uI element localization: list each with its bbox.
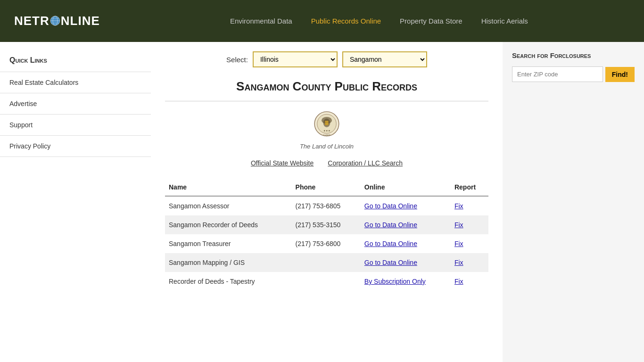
table-row: Sangamon Recorder of Deeds(217) 535-3150… bbox=[165, 215, 488, 234]
fix-link[interactable]: Fix bbox=[454, 259, 463, 266]
state-links: Official State Website Corporation / LLC… bbox=[165, 159, 488, 167]
record-name: Recorder of Deeds - Tapestry bbox=[165, 272, 292, 291]
corporation-llc-link[interactable]: Corporation / LLC Search bbox=[328, 159, 403, 167]
globe-icon bbox=[50, 16, 60, 26]
right-sidebar: Search for Forclosures Find! bbox=[503, 42, 644, 362]
state-select[interactable]: Illinois bbox=[253, 51, 338, 67]
svg-text:★ ★ ★: ★ ★ ★ bbox=[323, 130, 331, 132]
record-online: Go to Data Online bbox=[361, 196, 451, 215]
record-report: Fix bbox=[451, 234, 488, 253]
record-phone bbox=[292, 272, 361, 291]
nav-historic-aerials[interactable]: Historic Aerials bbox=[481, 17, 528, 25]
record-name: Sangamon Mapping / GIS bbox=[165, 253, 292, 272]
sidebar-item-support[interactable]: Support bbox=[0, 115, 151, 136]
go-to-data-link[interactable]: Go to Data Online bbox=[364, 259, 417, 266]
fix-link[interactable]: Fix bbox=[454, 202, 463, 210]
main-nav: Environmental Data Public Records Online… bbox=[128, 17, 630, 25]
record-report: Fix bbox=[451, 196, 488, 215]
table-row: Recorder of Deeds - TapestryBy Subscript… bbox=[165, 272, 488, 291]
sidebar-item-privacy[interactable]: Privacy Policy bbox=[0, 136, 151, 157]
go-to-data-link[interactable]: Go to Data Online bbox=[364, 221, 417, 229]
zip-input[interactable] bbox=[512, 66, 603, 82]
svg-rect-9 bbox=[325, 121, 328, 125]
records-table: Name Phone Online Report Sangamon Assess… bbox=[165, 179, 488, 291]
find-button[interactable]: Find! bbox=[605, 67, 635, 82]
select-label: Select: bbox=[226, 56, 248, 64]
record-phone: (217) 753-6805 bbox=[292, 196, 361, 215]
svg-text:ILLINOIS: ILLINOIS bbox=[323, 134, 330, 136]
record-online: Go to Data Online bbox=[361, 215, 451, 234]
nav-property-data[interactable]: Property Data Store bbox=[400, 17, 462, 25]
table-row: Sangamon Assessor(217) 753-6805Go to Dat… bbox=[165, 196, 488, 215]
nav-public-records[interactable]: Public Records Online bbox=[311, 17, 381, 25]
foreclosure-title: Search for Forclosures bbox=[512, 51, 635, 59]
go-to-data-link[interactable]: By Subscription Only bbox=[364, 278, 426, 285]
go-to-data-link[interactable]: Go to Data Online bbox=[364, 240, 417, 247]
record-report: Fix bbox=[451, 253, 488, 272]
nav-environmental-data[interactable]: Environmental Data bbox=[230, 17, 292, 25]
record-online: Go to Data Online bbox=[361, 253, 451, 272]
main-content: Select: Illinois Sangamon Sangamon Count… bbox=[151, 42, 503, 362]
site-logo[interactable]: NETR NLINE bbox=[14, 14, 100, 28]
foreclosure-form: Find! bbox=[512, 66, 635, 82]
fix-link[interactable]: Fix bbox=[454, 221, 463, 229]
col-header-phone: Phone bbox=[292, 179, 361, 196]
record-name: Sangamon Recorder of Deeds bbox=[165, 215, 292, 234]
table-row: Sangamon Treasurer(217) 753-6800Go to Da… bbox=[165, 234, 488, 253]
fix-link[interactable]: Fix bbox=[454, 278, 463, 285]
col-header-report: Report bbox=[451, 179, 488, 196]
illinois-seal-icon: ★ ★ ★ ILLINOIS bbox=[313, 111, 341, 139]
record-phone bbox=[292, 253, 361, 272]
official-state-website-link[interactable]: Official State Website bbox=[251, 159, 314, 167]
select-bar: Select: Illinois Sangamon bbox=[165, 51, 488, 67]
sidebar-item-real-estate[interactable]: Real Estate Calculators bbox=[0, 72, 151, 93]
county-title: Sangamon County Public Records bbox=[165, 79, 488, 101]
record-online: Go to Data Online bbox=[361, 234, 451, 253]
col-header-online: Online bbox=[361, 179, 451, 196]
sidebar-title: Quick Links bbox=[0, 51, 151, 72]
state-seal-area: ★ ★ ★ ILLINOIS The Land of Lincoln bbox=[165, 111, 488, 150]
col-header-name: Name bbox=[165, 179, 292, 196]
record-phone: (217) 535-3150 bbox=[292, 215, 361, 234]
table-row: Sangamon Mapping / GISGo to Data OnlineF… bbox=[165, 253, 488, 272]
state-tagline: The Land of Lincoln bbox=[165, 143, 488, 150]
record-name: Sangamon Assessor bbox=[165, 196, 292, 215]
record-online: By Subscription Only bbox=[361, 272, 451, 291]
go-to-data-link[interactable]: Go to Data Online bbox=[364, 202, 417, 210]
fix-link[interactable]: Fix bbox=[454, 240, 463, 247]
county-select[interactable]: Sangamon bbox=[342, 51, 427, 67]
record-name: Sangamon Treasurer bbox=[165, 234, 292, 253]
record-phone: (217) 753-6800 bbox=[292, 234, 361, 253]
record-report: Fix bbox=[451, 272, 488, 291]
sidebar-item-advertise[interactable]: Advertise bbox=[0, 93, 151, 115]
record-report: Fix bbox=[451, 215, 488, 234]
left-sidebar: Quick Links Real Estate Calculators Adve… bbox=[0, 42, 151, 362]
site-header: NETR NLINE Environmental Data Public Rec… bbox=[0, 0, 644, 42]
